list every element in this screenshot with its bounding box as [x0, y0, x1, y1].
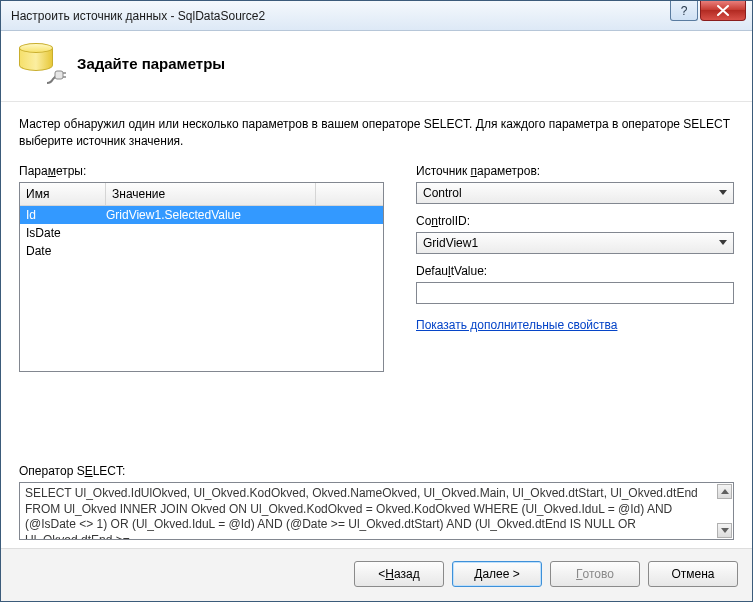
defaultvalue-label: DefaultValue:: [416, 264, 734, 278]
col-value-header[interactable]: Значение: [106, 183, 316, 205]
wizard-header: Задайте параметры: [1, 31, 752, 102]
sql-label: Оператор SELECT:: [19, 464, 734, 478]
scroll-up-button[interactable]: [717, 484, 732, 499]
left-column: Параметры: Имя Значение Id GridView1.Sel…: [19, 164, 384, 372]
show-advanced-link[interactable]: Показать дополнительные свойства: [416, 318, 617, 332]
chevron-up-icon: [721, 489, 729, 494]
window-title: Настроить источник данных - SqlDataSourc…: [11, 9, 265, 23]
cell-value: GridView1.SelectedValue: [106, 208, 377, 222]
cell-name: Date: [26, 244, 106, 258]
param-source-label: Источник параметров:: [416, 164, 734, 178]
cell-name: Id: [26, 208, 106, 222]
controlid-value: GridView1: [423, 236, 478, 250]
columns: Параметры: Имя Значение Id GridView1.Sel…: [19, 164, 734, 372]
dialog-window: Настроить источник данных - SqlDataSourc…: [0, 0, 753, 602]
col-blank-header[interactable]: [316, 183, 383, 205]
finish-button: Готово: [550, 561, 640, 587]
controlid-label: ControlID:: [416, 214, 734, 228]
svg-rect-0: [55, 71, 63, 79]
next-button[interactable]: Далее >: [452, 561, 542, 587]
chevron-down-icon: [721, 528, 729, 533]
param-source-value: Control: [423, 186, 462, 200]
table-header: Имя Значение: [20, 183, 383, 206]
title-controls: ?: [670, 1, 752, 30]
col-name-header[interactable]: Имя: [20, 183, 106, 205]
plug-icon: [45, 69, 67, 87]
parameters-label: Параметры:: [19, 164, 384, 178]
chevron-down-icon: [719, 240, 727, 245]
close-button[interactable]: [700, 1, 746, 21]
param-source-select[interactable]: Control: [416, 182, 734, 204]
close-icon: [717, 5, 729, 16]
datasource-icon: [17, 41, 61, 85]
controlid-select[interactable]: GridView1: [416, 232, 734, 254]
cell-name: IsDate: [26, 226, 106, 240]
right-column: Источник параметров: Control ControlID:: [416, 164, 734, 332]
back-button[interactable]: < Назад: [354, 561, 444, 587]
scroll-down-button[interactable]: [717, 523, 732, 538]
sql-textbox[interactable]: SELECT Ul_Okved.IdUlOkved, Ul_Okved.KodO…: [19, 482, 734, 540]
instruction-text: Мастер обнаружил один или несколько пара…: [19, 116, 734, 150]
table-body: Id GridView1.SelectedValue IsDate Date: [20, 206, 383, 260]
titlebar[interactable]: Настроить источник данных - SqlDataSourc…: [1, 1, 752, 31]
cancel-button[interactable]: Отмена: [648, 561, 738, 587]
dialog-content: Задайте параметры Мастер обнаружил один …: [1, 31, 752, 601]
chevron-down-icon: [719, 190, 727, 195]
help-icon: ?: [681, 4, 688, 18]
defaultvalue-input[interactable]: [416, 282, 734, 304]
wizard-body: Мастер обнаружил один или несколько пара…: [1, 102, 752, 548]
wizard-title: Задайте параметры: [77, 55, 225, 72]
sql-area: Оператор SELECT: SELECT Ul_Okved.IdUlOkv…: [19, 446, 734, 540]
sql-text: SELECT Ul_Okved.IdUlOkved, Ul_Okved.KodO…: [25, 486, 698, 540]
parameters-table[interactable]: Имя Значение Id GridView1.SelectedValue …: [19, 182, 384, 372]
help-button[interactable]: ?: [670, 1, 698, 21]
table-row[interactable]: IsDate: [20, 224, 383, 242]
table-row[interactable]: Date: [20, 242, 383, 260]
table-row[interactable]: Id GridView1.SelectedValue: [20, 206, 383, 224]
footer-buttons: < Назад Далее > Готово Отмена: [1, 548, 752, 601]
